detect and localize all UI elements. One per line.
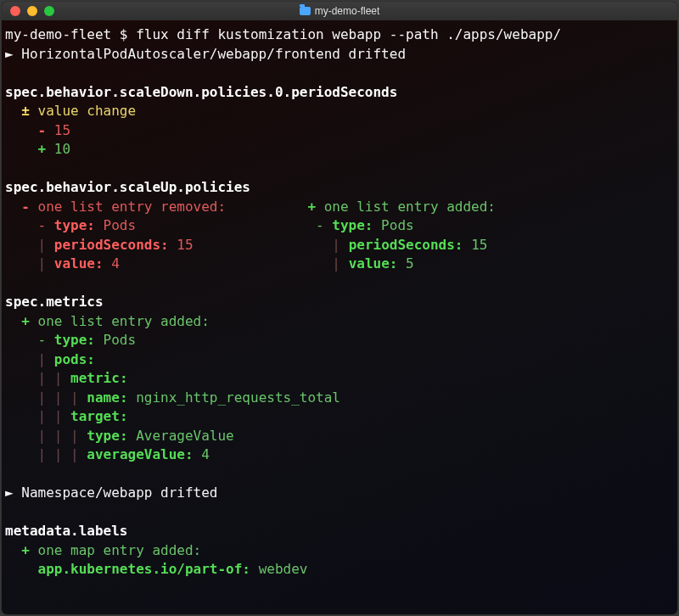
titlebar: my-demo-fleet xyxy=(2,2,677,20)
pipe-icon: | | xyxy=(38,370,63,386)
m-l1a: - xyxy=(5,332,54,348)
ad-value-val: 5 xyxy=(406,255,414,272)
col-pad xyxy=(226,199,291,215)
removed-marker: - xyxy=(5,199,38,215)
added-label: one map entry added: xyxy=(38,542,202,558)
label-key: app.kubernetes.io/part-of: xyxy=(38,561,259,577)
pipe-icon: | | | xyxy=(38,428,79,444)
rm-l1a: - xyxy=(5,217,54,233)
pipe-icon: | xyxy=(38,237,47,253)
added-marker: + xyxy=(5,542,38,558)
label-val: webdev xyxy=(259,561,308,577)
section-path-2: spec.behavior.scaleUp.policies xyxy=(5,179,250,195)
section-path-3: spec.metrics xyxy=(5,294,104,310)
m-ttype-key: type: xyxy=(87,428,136,444)
drift-marker: ► xyxy=(5,484,21,501)
plus-marker: + xyxy=(5,141,54,157)
pipe-icon: | xyxy=(332,255,340,272)
window-title-text: my-demo-fleet xyxy=(315,5,380,17)
zoom-icon[interactable] xyxy=(44,6,54,16)
pipe-icon: | xyxy=(38,255,47,272)
drift-marker: ► xyxy=(5,46,21,62)
section-path-1: spec.behavior.scaleDown.policies.0.perio… xyxy=(5,84,397,100)
m-name-key: name: xyxy=(87,389,136,406)
rm-value-val: 4 xyxy=(111,255,120,272)
rm-value-key: value: xyxy=(54,255,111,272)
ad-l1a: - xyxy=(300,217,333,233)
m-pods-key: pods: xyxy=(54,351,95,367)
added-label: one list entry added: xyxy=(38,313,210,329)
m-ttype-val: AverageValue xyxy=(136,428,234,444)
old-value: 15 xyxy=(54,122,70,138)
prompt-sep: $ xyxy=(111,26,136,42)
m-avg-key: averageValue: xyxy=(87,446,201,462)
ad-value-key: value: xyxy=(349,255,406,272)
new-value: 10 xyxy=(54,141,70,157)
terminal-body[interactable]: my-demo-fleet $ flux diff kustomization … xyxy=(2,20,677,614)
ad-type-key: type: xyxy=(332,217,381,233)
rm-type-val: Pods xyxy=(104,217,137,233)
m-avg-val: 4 xyxy=(201,446,210,462)
close-icon[interactable] xyxy=(10,6,20,16)
rm-type-key: type: xyxy=(54,217,104,233)
pipe-icon: | | | xyxy=(38,446,79,462)
ad-type-val: Pods xyxy=(381,217,414,233)
ad-period-key: periodSeconds: xyxy=(349,237,472,253)
m-type-val: Pods xyxy=(104,332,137,348)
change-marker: ± xyxy=(5,103,38,119)
m-metric-key: metric: xyxy=(70,370,127,386)
rm-period-key: periodSeconds: xyxy=(54,237,177,253)
lbl-pad xyxy=(5,561,38,577)
m-target-key: target: xyxy=(70,408,127,424)
removed-label: one list entry removed: xyxy=(38,199,227,215)
command: flux diff kustomization webapp --path ./… xyxy=(136,26,561,42)
minus-marker: - xyxy=(5,122,54,138)
section-path-4: metadata.labels xyxy=(5,523,128,539)
pipe-icon: | | xyxy=(38,408,63,424)
m-name-val: nginx_http_requests_total xyxy=(136,389,340,406)
added-marker: + xyxy=(291,199,324,215)
added-marker: + xyxy=(5,313,38,329)
window-title: my-demo-fleet xyxy=(2,5,677,17)
prompt-cwd: my-demo-fleet xyxy=(5,26,111,42)
minimize-icon[interactable] xyxy=(27,6,37,16)
pipe-icon: | xyxy=(38,351,47,367)
ad-period-val: 15 xyxy=(471,237,487,253)
terminal-window: my-demo-fleet my-demo-fleet $ flux diff … xyxy=(2,2,677,614)
m-type-key: type: xyxy=(54,332,104,348)
traffic-lights xyxy=(2,6,54,16)
folder-icon xyxy=(300,7,311,15)
drift-object-1: HorizontalPodAutoscaler/webapp/frontend … xyxy=(21,46,406,62)
drift-object-2: Namespace/webapp drifted xyxy=(21,484,217,501)
rm-period-val: 15 xyxy=(177,237,193,253)
pipe-icon: | xyxy=(332,237,340,253)
added-label: one list entry added: xyxy=(324,199,496,215)
value-change-label: value change xyxy=(38,103,137,119)
pipe-icon: | | | xyxy=(38,389,79,406)
